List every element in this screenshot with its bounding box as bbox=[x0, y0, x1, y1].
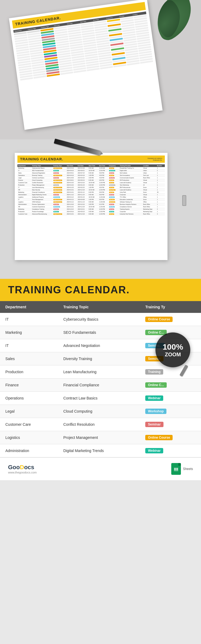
cell-end-time: 12:00 PM bbox=[98, 210, 108, 213]
training-type-badge: Online C... bbox=[145, 382, 166, 388]
cell-topic: SEO Fundamentals bbox=[31, 169, 52, 172]
flat-doc-table: Department Training Topic Training Type … bbox=[17, 164, 165, 215]
flat-table-row: Marketing Compliance Training Seminar 20… bbox=[17, 208, 165, 210]
cell-type: Training bbox=[53, 184, 66, 186]
cell-topic: Digital Marketing Trends bbox=[31, 194, 52, 196]
cell-provider: PeopleSafe Training Co bbox=[119, 167, 142, 169]
col-start-date: Start Date bbox=[66, 164, 77, 167]
cell-topic: Time Management bbox=[31, 198, 52, 201]
cell-location: Virtual bbox=[142, 194, 156, 196]
cell-end-date: 2024-11-15 bbox=[77, 194, 88, 196]
zoomed-cell-dept: IT bbox=[0, 313, 58, 326]
cell-topic: Cybersecurity Basics bbox=[31, 167, 52, 169]
flat-table-row: Logistics Intellectual Property Workshop… bbox=[17, 196, 165, 198]
cell-number: 1 bbox=[156, 189, 165, 191]
cell-start-time: 9:00 AM bbox=[88, 184, 98, 186]
cell-provider: HR Productions bbox=[119, 179, 142, 182]
cell-end-date: 2024-10-16 bbox=[77, 203, 88, 206]
cell-start-time: 10:00 AM bbox=[88, 182, 98, 184]
cell-start-time: 8:00 PM bbox=[88, 191, 98, 194]
cell-provider: Digital skills bbox=[119, 169, 142, 172]
cell-start-date: 2024-05-16 bbox=[66, 210, 77, 213]
cell-start-time: 1:00 PM bbox=[88, 174, 98, 177]
zoomed-cell-topic: Project Management bbox=[58, 431, 140, 444]
cell-type: Online Course bbox=[53, 213, 66, 215]
cell-number: 45 bbox=[156, 191, 165, 194]
cell-dept: Marketing bbox=[17, 191, 31, 194]
cell-freq: Monthly bbox=[108, 177, 119, 179]
top-preview-section: TRAINING CALENDAR. Department Training T… bbox=[0, 0, 201, 139]
cell-start-date: 2024-01-02 bbox=[66, 182, 77, 184]
col-training-type: Training Type bbox=[53, 164, 66, 167]
cell-end-time: 4:00 PM bbox=[98, 174, 108, 177]
zoomed-cell-dept: Customer Care bbox=[0, 418, 58, 431]
flat-table-body: Marketing Cybersecurity Basics Online Co… bbox=[17, 167, 165, 215]
cell-topic: Lean Manufacturing bbox=[31, 186, 52, 189]
cell-number: 1 bbox=[156, 194, 165, 196]
zoomed-cell-topic: Digital Marketing Trends bbox=[58, 444, 140, 457]
cell-dept: Marketing bbox=[17, 208, 31, 210]
cell-type: Online Course bbox=[53, 182, 66, 184]
zoomed-cell-dept: Sales bbox=[0, 352, 58, 365]
zoomed-cell-dept: Administration bbox=[0, 444, 58, 457]
cell-topic: Contract Law Basics bbox=[31, 177, 52, 179]
cell-end-time: 11:00 AM bbox=[98, 167, 108, 169]
tilted-document: TRAINING CALENDAR. Department Training T… bbox=[9, 0, 162, 130]
cell-end-time: 12:00 PM bbox=[98, 213, 108, 215]
cell-provider: Corporate bbox=[119, 194, 142, 196]
cell-provider: BW Professionals bbox=[119, 186, 142, 189]
goodocs-url: www.thegoodocs.com bbox=[8, 471, 37, 474]
flat-table-row: Marketing Financial Compliance Online Co… bbox=[17, 191, 165, 194]
cell-start-time: 8:30 AM bbox=[88, 179, 98, 182]
zoomed-cell-dept: Operations bbox=[0, 392, 58, 405]
cell-dept: Customer Care bbox=[17, 213, 31, 215]
flat-table-row: IT Time Management Online Course 2024-01… bbox=[17, 198, 165, 201]
footer: GooDocs www.thegoodocs.com Sheets bbox=[0, 457, 201, 480]
cell-type: Webinar bbox=[53, 169, 66, 172]
flat-doc-header: TRAINING CALENDAR. TRAININGS BY MONTH Em… bbox=[17, 156, 165, 163]
cell-start-time: 10:00 AM bbox=[88, 169, 98, 172]
cell-end-date: 2024-04-19 bbox=[77, 174, 88, 177]
zoomed-cell-type: Workshop bbox=[140, 405, 201, 418]
cell-provider: Compliance Service bbox=[119, 206, 142, 208]
zoom-magnifier: 100% ZOOM bbox=[155, 332, 190, 377]
cell-start-time: 1:00 PM bbox=[88, 186, 98, 189]
cell-start-time: 9:00 AM bbox=[88, 213, 98, 215]
cell-type: Online Course bbox=[53, 191, 66, 194]
zoomed-wrapper: TRAINING CALENDAR. Department Training T… bbox=[0, 279, 201, 457]
cell-topic: Advanced Manufacturing bbox=[31, 213, 52, 215]
cell-location: Virtual bbox=[142, 182, 156, 184]
cell-provider: Education Leadership bbox=[119, 198, 142, 201]
cell-location: 22 bbox=[142, 184, 156, 186]
zoom-handle bbox=[180, 365, 188, 377]
cell-end-date: 2024-12-18 bbox=[77, 189, 88, 191]
cell-number: 1 bbox=[156, 182, 165, 184]
cell-start-date: 2024-10-16 bbox=[66, 203, 77, 206]
col-end-time: End Time bbox=[98, 164, 108, 167]
cell-number: 1 bbox=[156, 198, 165, 201]
cell-type: Online Course bbox=[53, 186, 66, 189]
sheets-icon bbox=[171, 463, 181, 475]
col-department: Department bbox=[17, 164, 31, 167]
cell-number: 2 bbox=[156, 169, 165, 172]
trainings-by-month-label: TRAININGS BY MONTH bbox=[147, 158, 162, 159]
flat-table-row: Production Product Knowledge Webinar 202… bbox=[17, 210, 165, 213]
col-frequency: Frequency bbox=[108, 164, 119, 167]
svg-rect-2 bbox=[174, 469, 176, 469]
zoomed-cell-topic: Financial Compliance bbox=[58, 379, 140, 392]
flat-table-row: HR Customer Experience Workshop 2024-01-… bbox=[17, 206, 165, 208]
zoomed-cell-type: Online C... bbox=[140, 379, 201, 392]
svg-rect-5 bbox=[176, 469, 178, 469]
cell-provider: Leancraft Academy bbox=[119, 189, 142, 191]
cell-end-date: 2024-01-12 bbox=[77, 191, 88, 194]
cell-start-date: 2024-10-03 bbox=[66, 177, 77, 179]
flat-table-row: Customer Care Conflict Resolution Online… bbox=[17, 182, 165, 184]
cell-end-time: 12:00 PM bbox=[98, 208, 108, 210]
col-location: Location bbox=[142, 164, 156, 167]
cell-start-time: 3:00 PM bbox=[88, 203, 98, 206]
cell-dept: Finance bbox=[17, 179, 31, 182]
cell-location: Urban bbox=[142, 169, 156, 172]
cell-end-date: 2024-05-23 bbox=[77, 210, 88, 213]
zoomed-cell-topic: Diversity Training bbox=[58, 352, 140, 365]
col-number: Number bbox=[156, 164, 165, 167]
